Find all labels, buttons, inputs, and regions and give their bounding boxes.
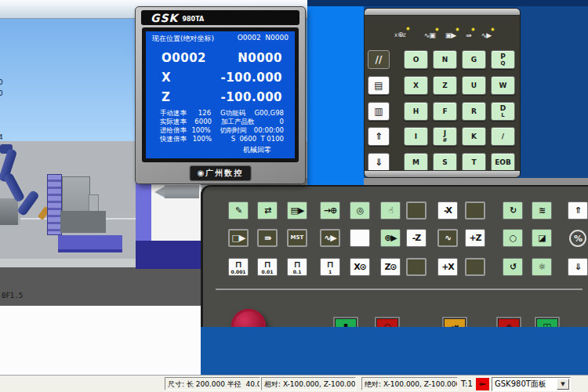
- step-0001-button[interactable]: ⊓0.001: [228, 258, 249, 276]
- step-001-button[interactable]: ⊓0.01: [257, 258, 278, 276]
- key-o-label: O: [413, 56, 419, 64]
- step-001-button-value: 0.01: [262, 269, 274, 274]
- page-down-key[interactable]: ▥: [368, 102, 390, 121]
- key-x[interactable]: X: [404, 76, 428, 95]
- single-block-button[interactable]: □▶: [228, 229, 249, 247]
- cursor-up-key[interactable]: ⇑: [368, 127, 390, 146]
- chuck-icon: ☼: [539, 263, 546, 271]
- jog-plus-z-button[interactable]: +Z: [465, 229, 485, 247]
- key-w[interactable]: W: [491, 76, 515, 95]
- manual-mode-button[interactable]: ☝: [380, 201, 401, 220]
- auto-mode-button[interactable]: ⇄: [257, 201, 278, 220]
- part-count-value: 0: [256, 118, 284, 126]
- dropdown-button[interactable]: ▼: [557, 379, 569, 390]
- blank-button-2[interactable]: [465, 201, 485, 220]
- rapid-override-up-button[interactable]: ⇑: [568, 201, 588, 220]
- column-lower: [136, 241, 151, 269]
- edit-mode-button[interactable]: ✎: [228, 201, 249, 220]
- step-01-button[interactable]: ⊓0.1: [287, 258, 307, 276]
- key-h-label: H: [413, 107, 419, 115]
- step-1-button[interactable]: ⊓1: [320, 258, 340, 276]
- machine-lock-button[interactable]: ⇛: [257, 229, 278, 247]
- key-o[interactable]: O: [404, 50, 428, 69]
- machine-lock-indicator-icon-glyph: ▣▶: [445, 31, 456, 39]
- cutting-time-label: 切削时间: [211, 126, 254, 135]
- rapid-override-down-button[interactable]: ⇓: [568, 258, 588, 276]
- jog-minus-x-icon: -X: [444, 206, 452, 215]
- step-0001-icon: ⊓: [235, 260, 241, 269]
- page-up-key[interactable]: ▤: [368, 76, 390, 95]
- key-h[interactable]: H: [404, 102, 428, 121]
- single-block-icon: □▶: [232, 234, 245, 242]
- jog-minus-z-button[interactable]: -Z: [406, 229, 426, 247]
- jog-plus-x-button[interactable]: +X: [437, 258, 458, 276]
- dry-run-button[interactable]: ∿▶: [320, 229, 340, 247]
- edit-mode-icon: ✎: [235, 206, 241, 215]
- program-number: O0002: [162, 51, 206, 65]
- key-z[interactable]: Z: [433, 76, 457, 95]
- blank-button-5[interactable]: [465, 258, 485, 276]
- blank-button-1[interactable]: [406, 201, 426, 220]
- spindle-ccw-button[interactable]: ↺: [503, 258, 523, 276]
- tailstock-center-tip: [154, 187, 165, 198]
- g-code-value: G00,G98: [254, 109, 284, 118]
- axis-x-select-button[interactable]: X⊙: [350, 258, 370, 276]
- tool-change-button[interactable]: ◪: [532, 229, 552, 247]
- key-k[interactable]: K: [462, 127, 486, 146]
- zero-return-indicator-icon: X⊕Z: [393, 29, 408, 41]
- spindle-stop-icon: ○: [510, 234, 517, 242]
- handwheel-mode-button[interactable]: ◎: [350, 201, 370, 220]
- jog-plus-x-icon: +X: [441, 263, 454, 271]
- block-skip-key[interactable]: //: [368, 50, 390, 69]
- panel-lower-blue-strip: [201, 327, 588, 375]
- info-row: 进给倍率 100% 切削时间 00:00:00: [160, 126, 284, 135]
- key-f[interactable]: F: [433, 102, 457, 121]
- key-s[interactable]: S: [433, 153, 457, 172]
- key-u[interactable]: U: [462, 76, 486, 95]
- key-r[interactable]: R: [462, 102, 486, 121]
- key-m[interactable]: M: [404, 153, 428, 172]
- key-j-hash[interactable]: J#: [433, 127, 457, 146]
- key-eob[interactable]: EOB: [491, 153, 515, 172]
- step-1-button-value: 1: [328, 269, 332, 274]
- program-row: O0002 N0000: [146, 51, 295, 65]
- mst-lock-button[interactable]: MST: [287, 229, 307, 247]
- rapid-traverse-button[interactable]: ∿: [437, 229, 458, 247]
- actual-rate-label: 实际速率: [160, 118, 190, 126]
- key-i[interactable]: I: [404, 127, 428, 146]
- tool-feed-readout: 0F1.5: [2, 292, 23, 299]
- model-label: 980TA: [182, 16, 204, 23]
- key-g[interactable]: G: [462, 50, 486, 69]
- g-code-label: G功能码: [211, 109, 254, 118]
- cabinet-blue-column: [307, 6, 364, 185]
- key-slash[interactable]: /: [491, 127, 515, 146]
- key-d-l[interactable]: DL: [491, 102, 515, 121]
- absolute-position-readout: 绝对: X-100.000, Z-100.000: [361, 377, 458, 390]
- cursor-down-key-icon: ⇓: [375, 158, 383, 168]
- program-zero-button[interactable]: ⊕▶: [380, 229, 401, 247]
- mdi-mode-button[interactable]: ▤▶: [287, 201, 307, 220]
- panel-divider: [216, 289, 583, 290]
- key-s-label: S: [442, 158, 447, 166]
- tailstock-center-body: [165, 185, 199, 198]
- spindle-cw-button[interactable]: ↻: [503, 201, 523, 220]
- single-block-indicator-icon: ∿▣: [423, 30, 437, 41]
- panel-select-dropdown[interactable]: GSK980T面板 ▼: [492, 377, 571, 391]
- bed-slide-bar: [58, 235, 122, 252]
- x-axis-row: X -100.000: [146, 71, 295, 85]
- blank-button-4[interactable]: [406, 258, 426, 276]
- cursor-down-key[interactable]: ⇓: [368, 153, 390, 172]
- key-p-q[interactable]: PQ: [491, 50, 515, 69]
- axis-z-select-button[interactable]: Z⊙: [380, 258, 401, 276]
- coolant-button[interactable]: ≋: [532, 201, 552, 220]
- spindle-stop-button[interactable]: ○: [503, 229, 523, 247]
- key-t[interactable]: T: [462, 153, 486, 172]
- jog-minus-x-button[interactable]: -X: [437, 201, 458, 220]
- chuck-button[interactable]: ☼: [532, 258, 552, 276]
- dimension-readout: 尺寸: 长 200.000 半径 40.000: [165, 377, 260, 390]
- machine-zero-mode-button[interactable]: →⊕: [320, 201, 340, 220]
- machine-lock-indicator-icon: ▣▶: [444, 30, 458, 41]
- feed-override-knob[interactable]: %: [569, 230, 586, 247]
- blank-button-3[interactable]: [350, 229, 370, 247]
- key-n[interactable]: N: [433, 50, 457, 69]
